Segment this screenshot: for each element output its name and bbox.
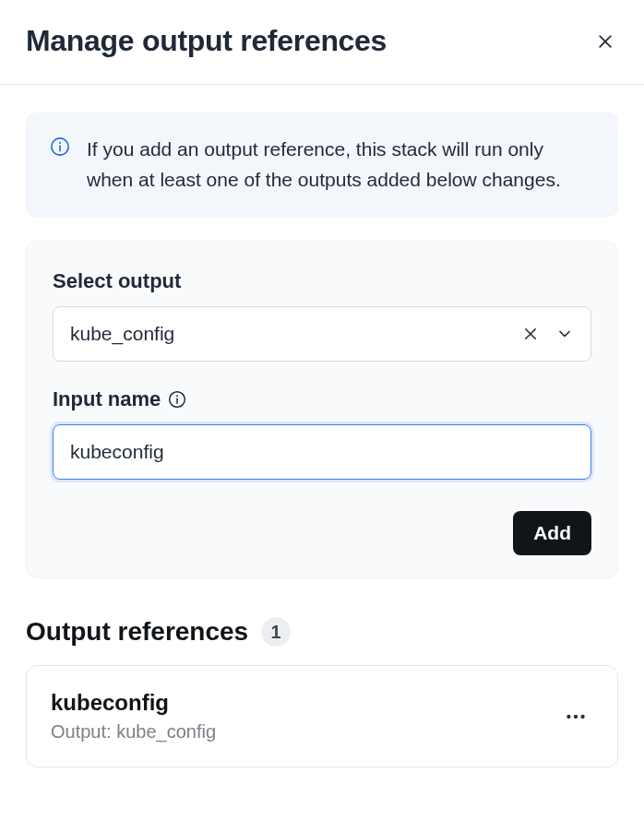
form-panel: Select output kube_config Input name — [26, 241, 618, 578]
references-count-badge: 1 — [261, 617, 291, 647]
clear-select-button[interactable] — [522, 326, 539, 342]
output-references-header: Output references 1 — [26, 617, 618, 647]
info-icon — [50, 137, 70, 157]
reference-name: kubeconfig — [51, 690, 216, 716]
reference-more-button[interactable] — [558, 699, 593, 734]
svg-point-9 — [176, 395, 178, 397]
input-name-field[interactable] — [70, 441, 574, 463]
dialog-header: Manage output references — [0, 0, 644, 85]
reference-output-label: Output: kube_config — [51, 721, 216, 743]
add-button[interactable]: Add — [513, 511, 591, 555]
output-references-heading: Output references — [26, 617, 248, 647]
more-horizontal-icon — [564, 705, 588, 729]
svg-point-4 — [59, 142, 61, 144]
dialog-title: Manage output references — [26, 24, 387, 58]
select-output-label: Select output — [53, 269, 591, 293]
info-icon[interactable] — [168, 390, 186, 409]
dialog-content: If you add an output reference, this sta… — [0, 85, 644, 793]
close-button[interactable] — [592, 29, 618, 54]
svg-point-10 — [566, 714, 570, 718]
input-name-label-text: Input name — [53, 387, 161, 411]
input-name-field-wrapper — [53, 424, 591, 480]
dropdown-toggle[interactable] — [555, 325, 574, 343]
info-text: If you add an output reference, this sta… — [87, 135, 594, 195]
select-output-label-text: Select output — [53, 269, 181, 293]
chevron-down-icon — [555, 325, 574, 343]
svg-point-12 — [580, 714, 584, 718]
reference-card: kubeconfig Output: kube_config — [26, 665, 618, 767]
close-icon — [596, 32, 614, 51]
close-icon — [522, 326, 539, 342]
svg-point-11 — [574, 714, 578, 718]
select-output-dropdown[interactable]: kube_config — [53, 306, 591, 362]
info-banner: If you add an output reference, this sta… — [26, 113, 618, 217]
input-name-label: Input name — [53, 387, 591, 411]
select-output-value: kube_config — [70, 323, 522, 345]
reference-card-text: kubeconfig Output: kube_config — [51, 690, 216, 743]
